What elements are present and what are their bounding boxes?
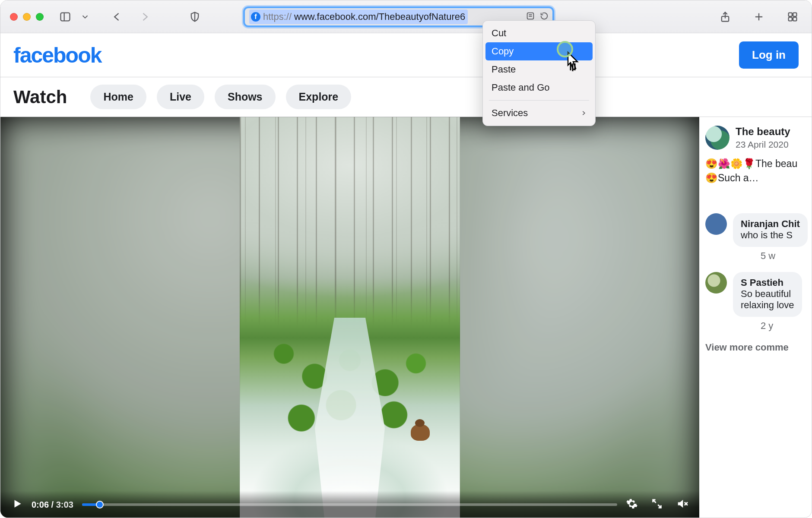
url-scheme: https:// bbox=[263, 11, 292, 22]
commenter-name: Niranjan Chit bbox=[741, 218, 800, 230]
comment-bubble[interactable]: Niranjan Chit who is the S bbox=[733, 213, 808, 247]
view-more-comments[interactable]: View more comme bbox=[705, 342, 812, 353]
watch-tab-home[interactable]: Home bbox=[90, 85, 146, 109]
commenter-avatar[interactable] bbox=[705, 272, 727, 294]
page-name[interactable]: The beauty bbox=[736, 126, 790, 138]
commenter-name: S Pastieh bbox=[741, 277, 794, 288]
url-selection: f https://www.facebook.com/ThebeautyofNa… bbox=[249, 9, 468, 24]
video-duration: 3:03 bbox=[56, 500, 73, 509]
video-player[interactable]: 0:06 / 3:03 bbox=[0, 117, 699, 518]
post-date[interactable]: 23 April 2020 bbox=[736, 139, 790, 150]
site-favicon: f bbox=[251, 12, 260, 22]
settings-gear-icon[interactable] bbox=[626, 498, 638, 512]
fullscreen-icon[interactable] bbox=[651, 498, 663, 512]
sidebar-toggle-button[interactable] bbox=[56, 7, 75, 26]
comment-age: 2 y bbox=[761, 320, 802, 332]
post-sidebar: The beauty 23 April 2020 😍🌺🌼🌹The beau 😍S… bbox=[699, 117, 812, 518]
context-menu-separator bbox=[489, 100, 589, 101]
tab-group-dropdown[interactable] bbox=[76, 7, 95, 26]
context-menu-label: Paste and Go bbox=[492, 82, 550, 93]
comment-text: who is the S bbox=[741, 230, 800, 241]
video-frame bbox=[240, 117, 460, 518]
login-button[interactable]: Log in bbox=[739, 41, 799, 69]
page-avatar[interactable] bbox=[705, 126, 730, 150]
tab-overview-button[interactable] bbox=[783, 7, 802, 26]
window-controls bbox=[10, 13, 44, 21]
watch-tab-live[interactable]: Live bbox=[157, 85, 204, 109]
comment-item: Niranjan Chit who is the S 5 w bbox=[705, 213, 812, 262]
watch-heading: Watch bbox=[13, 87, 67, 107]
svg-rect-12 bbox=[793, 17, 796, 21]
facebook-logo[interactable]: facebook bbox=[13, 43, 102, 68]
watch-tab-shows[interactable]: Shows bbox=[215, 85, 276, 109]
browser-toolbar: f https://www.facebook.com/ThebeautyofNa… bbox=[0, 0, 812, 33]
svg-rect-10 bbox=[793, 13, 796, 16]
forward-button[interactable] bbox=[135, 7, 154, 26]
video-progress-bar[interactable] bbox=[82, 503, 617, 506]
caption-line: 😍Such a… bbox=[705, 171, 812, 185]
svg-marker-13 bbox=[15, 500, 21, 507]
share-button[interactable] bbox=[716, 7, 735, 26]
post-caption: 😍🌺🌼🌹The beau 😍Such a… bbox=[705, 157, 812, 186]
volume-muted-icon[interactable] bbox=[676, 498, 688, 512]
watch-tab-explore[interactable]: Explore bbox=[286, 85, 352, 109]
svg-rect-11 bbox=[789, 17, 792, 21]
chevron-right-icon bbox=[580, 110, 587, 116]
comments-list: Niranjan Chit who is the S 5 w S Pastieh… bbox=[705, 213, 812, 353]
back-button[interactable] bbox=[108, 7, 127, 26]
commenter-avatar[interactable] bbox=[705, 213, 727, 235]
context-menu-label: Cut bbox=[492, 28, 506, 39]
fullscreen-window-button[interactable] bbox=[36, 13, 44, 21]
comment-age: 5 w bbox=[761, 250, 808, 262]
minimize-window-button[interactable] bbox=[23, 13, 31, 21]
context-menu-item-cut[interactable]: Cut bbox=[483, 24, 595, 42]
context-menu-label: Paste bbox=[492, 64, 516, 75]
context-menu-item-services[interactable]: Services bbox=[483, 104, 595, 122]
video-time: 0:06 / 3:03 bbox=[32, 500, 73, 510]
cursor-pointer-icon bbox=[562, 51, 583, 76]
context-menu-label: Copy bbox=[492, 46, 514, 57]
caption-line: 😍🌺🌼🌹The beau bbox=[705, 157, 812, 171]
close-window-button[interactable] bbox=[10, 13, 18, 21]
comment-item: S Pastieh So beautiful relaxing love 2 y bbox=[705, 272, 812, 332]
video-controls: 0:06 / 3:03 bbox=[0, 491, 699, 518]
video-current-time: 0:06 bbox=[32, 500, 49, 509]
comment-bubble[interactable]: S Pastieh So beautiful relaxing love bbox=[733, 272, 802, 317]
context-menu-item-paste-and-go[interactable]: Paste and Go bbox=[483, 79, 595, 97]
svg-rect-9 bbox=[789, 13, 792, 16]
new-tab-button[interactable] bbox=[749, 7, 768, 26]
privacy-shield-button[interactable] bbox=[185, 7, 204, 26]
watch-nav: Watch Home Live Shows Explore bbox=[0, 77, 812, 117]
context-menu-label: Services bbox=[492, 107, 528, 119]
site-header: facebook Log in bbox=[0, 33, 812, 77]
comment-text: So beautiful relaxing love bbox=[741, 288, 794, 311]
play-button[interactable] bbox=[12, 498, 23, 512]
svg-rect-0 bbox=[61, 13, 70, 21]
url-path: www.facebook.com/ThebeautyofNature6 bbox=[294, 11, 465, 22]
